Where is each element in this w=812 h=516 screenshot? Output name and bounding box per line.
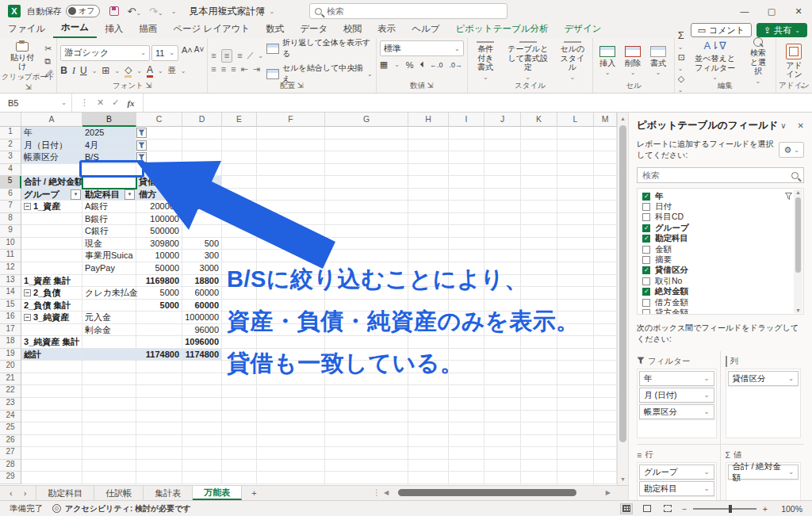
fields-search-box[interactable] [637, 167, 804, 183]
cell-G6[interactable] [325, 189, 408, 201]
prev-sheet-icon[interactable]: ‹ [10, 488, 13, 498]
cell-L8[interactable] [557, 213, 594, 226]
copy-button[interactable]: ⧉ [44, 56, 53, 67]
cell-K24[interactable] [521, 411, 557, 423]
cell-H1[interactable] [408, 127, 449, 140]
undo-button[interactable]: ↶⌄ [127, 6, 141, 17]
menu-tab-数式[interactable]: 数式 [258, 21, 292, 38]
cell-D19[interactable]: 1174800 [182, 349, 222, 361]
column-header-B[interactable]: B [82, 113, 136, 127]
cell-B9[interactable]: C銀行 [82, 225, 136, 238]
cell-B17[interactable]: 剰余金 [82, 324, 136, 337]
field-item-勘定科目[interactable]: 勘定科目 [642, 234, 792, 244]
dropdown-icon[interactable]: ▾ [71, 189, 81, 200]
comma-style-icon[interactable]: 🞀 [420, 59, 423, 70]
cell-J24[interactable] [485, 411, 521, 423]
cell-L24[interactable] [557, 411, 594, 423]
chevron-down-icon[interactable]: ⌄ [704, 485, 710, 492]
cell-J28[interactable] [485, 460, 521, 472]
filter-applied-icon[interactable] [136, 128, 147, 138]
row-header-25[interactable]: 25 [0, 422, 21, 435]
row-header-22[interactable]: 22 [0, 385, 21, 398]
menu-tab-ピボットテーブル分析[interactable]: ピボットテーブル分析 [448, 21, 557, 38]
orientation-icon[interactable]: ⟋ [247, 52, 254, 60]
cell-I8[interactable] [449, 213, 485, 226]
field-list-scroll-thumb[interactable] [795, 197, 801, 273]
filter-applied-icon[interactable] [136, 140, 147, 151]
cell-G26[interactable] [325, 435, 408, 448]
row-header-23[interactable]: 23 [0, 398, 21, 411]
cell-C16[interactable] [136, 312, 182, 324]
row-header-1[interactable]: 1 [0, 127, 21, 140]
row-header-6[interactable]: 6 [0, 189, 21, 201]
field-item-科目CD[interactable]: 科目CD [642, 212, 792, 223]
cell-A19[interactable]: 総計 [21, 349, 82, 361]
format-cells-button[interactable]: 書式⌄ [647, 40, 669, 82]
cell-M4[interactable] [594, 164, 617, 177]
row-header-7[interactable]: 7 [0, 201, 21, 213]
cell-H22[interactable] [408, 385, 449, 398]
cell-D22[interactable] [182, 385, 222, 398]
cell-F2[interactable] [257, 140, 325, 152]
cell-M22[interactable] [594, 385, 617, 398]
cell-C25[interactable] [136, 422, 182, 435]
cell-I25[interactable] [449, 422, 485, 435]
cell-F7[interactable] [257, 201, 325, 213]
column-header-J[interactable]: J [485, 113, 521, 127]
cell-F10[interactable] [257, 238, 325, 250]
sheet-tab-集計表[interactable]: 集計表 [144, 486, 193, 500]
cell-M3[interactable] [594, 151, 617, 164]
cell-L5[interactable] [557, 176, 594, 189]
cell-F23[interactable] [257, 398, 325, 411]
menu-tab-ページ レイアウト[interactable]: ページ レイアウト [165, 21, 258, 38]
cell-styles-button[interactable]: セルのスタイル⌄ [556, 40, 590, 82]
area-field-帳票区分[interactable]: 帳票区分⌄ [639, 404, 714, 419]
cell-C17[interactable] [136, 324, 182, 337]
row-header-17[interactable]: 17 [0, 324, 21, 337]
cell-D29[interactable] [182, 472, 222, 484]
cell-M5[interactable] [594, 176, 617, 189]
area-field-合計 / 絶対金額[interactable]: 合計 / 絶対金額⌄ [728, 464, 799, 480]
cell-B29[interactable] [82, 472, 136, 484]
cell-A11[interactable] [21, 250, 82, 262]
number-format-select[interactable]: 標準⌄ [380, 40, 464, 56]
cell-E9[interactable] [222, 225, 257, 238]
cell-D9[interactable] [182, 225, 222, 238]
cell-G24[interactable] [325, 411, 408, 423]
cell-G23[interactable] [325, 398, 408, 411]
cell-D17[interactable]: 96000 [182, 324, 222, 337]
cell-J22[interactable] [485, 385, 521, 398]
align-middle-icon[interactable]: ≡ [221, 49, 232, 63]
cell-M13[interactable] [594, 275, 617, 288]
cell-G28[interactable] [325, 460, 408, 472]
cell-C19[interactable]: 1174800 [136, 349, 182, 361]
chevron-down-icon[interactable]: ⌄ [704, 392, 710, 399]
cell-E4[interactable] [222, 164, 257, 177]
share-button[interactable]: ⇪ 共有 ⌄ [756, 23, 807, 37]
row-header-12[interactable]: 12 [0, 262, 21, 275]
font-name-select[interactable]: 游ゴシック⌄ [60, 45, 150, 61]
cell-C20[interactable] [136, 361, 182, 373]
align-bottom-icon[interactable]: ≡ [237, 52, 242, 60]
accessibility-status[interactable]: ☺ アクセシビリティ: 検討が必要です [52, 503, 191, 514]
cell-A3[interactable]: 帳票区分 [21, 151, 82, 164]
cell-L10[interactable] [557, 238, 594, 250]
cell-K2[interactable] [521, 140, 557, 152]
cell-I7[interactable] [449, 201, 485, 213]
cell-E2[interactable] [222, 140, 257, 152]
scroll-down-icon[interactable]: ▼ [618, 473, 628, 485]
cell-K8[interactable] [521, 213, 557, 226]
field-list[interactable]: 年日付科目CDグループ勘定科目金額摘要貸借区分取引No絶対金額借方金額貸方金額 … [637, 188, 804, 315]
cell-B23[interactable] [82, 398, 136, 411]
cell-C21[interactable] [136, 373, 182, 386]
cell-H28[interactable] [408, 460, 449, 472]
cell-C28[interactable] [136, 460, 182, 472]
collapse-ribbon-icon[interactable]: ⌄ [799, 81, 806, 90]
cell-D13[interactable]: 18800 [182, 275, 222, 288]
area-box-filters[interactable]: 年⌄月 (日付)⌄帳票区分⌄ [637, 369, 717, 438]
align-center-icon[interactable]: ≡ [221, 65, 226, 74]
cell-D4[interactable] [182, 164, 222, 177]
cell-B16[interactable]: 元入金 [82, 312, 136, 324]
vertical-scrollbar[interactable]: ▲ ▼ [617, 113, 628, 485]
horizontal-scrollbar[interactable]: ⋮ ◀ ▶ [373, 485, 611, 500]
